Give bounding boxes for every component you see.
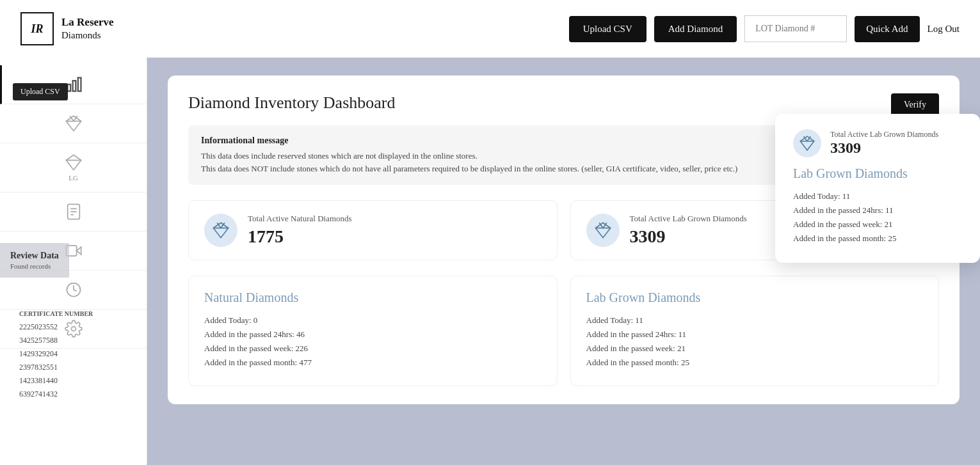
header: IR La Reserve Diamonds Upload CSV Add Di… <box>0 0 980 58</box>
lab-detail-line-2: Added in the passed 24hrs: 11 <box>586 329 924 340</box>
diamond-icon <box>65 114 83 132</box>
popup-line-1: Added Today: 11 <box>793 191 962 201</box>
popup-meta-value: 3309 <box>830 139 938 157</box>
lab-detail-line-3: Added in the passed week: 21 <box>586 343 924 354</box>
natural-stat-value: 1775 <box>248 226 352 247</box>
popup-line-3: Added in the passed week: 21 <box>793 219 962 230</box>
brand-name: La Reserve <box>61 15 114 29</box>
natural-detail-line-2: Added in the passed 24hrs: 46 <box>204 329 542 340</box>
lot-diamond-input[interactable] <box>744 15 847 42</box>
svg-marker-25 <box>800 136 814 150</box>
popup-card: Total Active Lab Grown Diamonds 3309 Lab… <box>775 114 980 263</box>
list-item[interactable]: 2397832551 <box>19 363 93 372</box>
logout-button[interactable]: Log Out <box>928 24 960 35</box>
natural-stat-label: Total Active Natural Diamonds <box>248 214 352 224</box>
lab-diamond-icon <box>586 214 620 247</box>
natural-detail-line-4: Added in the passed month: 477 <box>204 358 542 368</box>
quick-add-button[interactable]: Quick Add <box>855 16 919 42</box>
svg-marker-3 <box>66 116 81 130</box>
logo-text: La Reserve Diamonds <box>61 15 114 42</box>
lab-stat-label: Total Active Lab Grown Diamonds <box>630 214 747 224</box>
document-icon <box>65 203 83 221</box>
list-item[interactable]: 3425257588 <box>19 336 93 345</box>
clock-icon <box>65 281 83 299</box>
page-title: Diamond Inventory Dashboard <box>188 93 939 113</box>
natural-detail-card: Natural Diamonds Added Today: 0 Added in… <box>188 276 558 386</box>
natural-detail-title: Natural Diamonds <box>204 290 542 305</box>
main-layout: Upload CSV LG <box>0 58 980 465</box>
review-title: Review Data <box>10 251 59 261</box>
chart-icon <box>65 75 83 93</box>
popup-header: Total Active Lab Grown Diamonds 3309 <box>793 129 962 157</box>
list-item[interactable]: 1429329204 <box>19 349 93 359</box>
popup-line-4: Added in the passed month: 25 <box>793 233 962 244</box>
lab-detail-line-1: Added Today: 11 <box>586 315 924 326</box>
detail-row: Natural Diamonds Added Today: 0 Added in… <box>188 276 939 386</box>
natural-diamond-icon <box>204 214 237 247</box>
lab-detail-card: Lab Grown Diamonds Added Today: 11 Added… <box>570 276 940 386</box>
add-diamond-button[interactable]: Add Diamond <box>654 16 737 42</box>
lab-detail-title: Lab Grown Diamonds <box>586 290 924 305</box>
natural-stat-card: Total Active Natural Diamonds 1775 <box>188 200 558 260</box>
verify-button[interactable]: Verify <box>891 93 939 116</box>
lg-diamond-icon <box>65 154 83 171</box>
popup-diamond-icon <box>793 129 821 157</box>
svg-rect-1 <box>73 81 76 91</box>
lab-stat-value: 3309 <box>630 226 747 247</box>
list-item[interactable]: 1423381440 <box>19 376 93 386</box>
cert-header: CERTIFICATE NUMBER <box>19 310 93 317</box>
cert-list: CERTIFICATE NUMBER 2225023552 3425257588… <box>19 310 93 403</box>
popup-meta: Total Active Lab Grown Diamonds 3309 <box>830 130 938 157</box>
lab-detail-line-4: Added in the passed month: 25 <box>586 358 924 368</box>
natural-stat-info: Total Active Natural Diamonds 1775 <box>248 214 352 247</box>
lab-stat-info: Total Active Lab Grown Diamonds 3309 <box>630 214 747 247</box>
header-actions: Upload CSV Add Diamond Quick Add Log Out <box>569 15 960 42</box>
popup-meta-label: Total Active Lab Grown Diamonds <box>830 130 938 139</box>
sidebar: Upload CSV LG <box>0 58 147 465</box>
sidebar-item-lg[interactable]: LG <box>0 143 147 193</box>
natural-detail-line-1: Added Today: 0 <box>204 315 542 326</box>
list-item[interactable]: 2225023552 <box>19 322 93 332</box>
svg-marker-14 <box>76 247 81 255</box>
logo-box: IR <box>20 12 54 45</box>
svg-marker-21 <box>595 223 610 237</box>
sidebar-item-doc[interactable] <box>0 193 147 232</box>
review-sub: Found records <box>10 262 59 270</box>
popup-line-2: Added in the passed 24hrs: 11 <box>793 205 962 216</box>
natural-detail-line-3: Added in the passed week: 226 <box>204 343 542 354</box>
list-item[interactable]: 6392741432 <box>19 390 93 399</box>
sidebar-item-diamond[interactable] <box>0 104 147 143</box>
content-area: Diamond Inventory Dashboard Verify Infor… <box>147 58 980 465</box>
svg-marker-7 <box>66 155 81 169</box>
logo-area: IR La Reserve Diamonds <box>20 12 569 45</box>
brand-sub: Diamonds <box>61 29 114 42</box>
upload-csv-badge[interactable]: Upload CSV <box>13 83 68 100</box>
svg-marker-17 <box>213 223 228 237</box>
popup-title: Lab Grown Diamonds <box>793 166 962 181</box>
svg-rect-0 <box>68 84 71 91</box>
review-panel: Review Data Found records <box>0 243 69 278</box>
sidebar-lg-label: LG <box>68 174 78 182</box>
svg-rect-2 <box>78 78 81 91</box>
upload-csv-button[interactable]: Upload CSV <box>569 16 647 42</box>
